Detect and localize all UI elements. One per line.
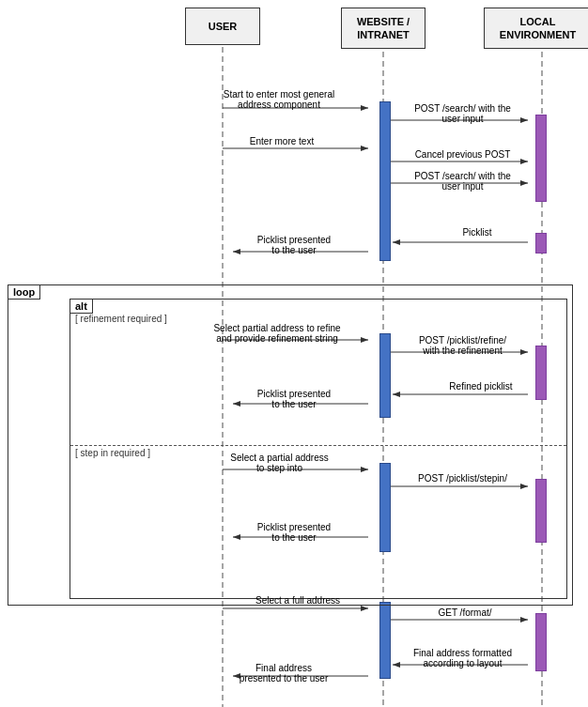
msg-16: GET /format/ <box>404 606 526 620</box>
activation-local-2 <box>535 233 547 254</box>
msg-15: Select a full address <box>237 593 359 607</box>
msg-1: Start to enter most generaladdress compo… <box>218 87 340 112</box>
msg-14: Picklist presentedto the user <box>233 520 355 545</box>
msg-8: Select partial address to refineand prov… <box>202 321 352 346</box>
msg-17: Final address formattedaccording to layo… <box>395 646 531 670</box>
msg-3: Enter more text <box>225 134 338 148</box>
alt-divider <box>70 445 566 446</box>
activation-website-4 <box>379 602 391 679</box>
activation-local-5 <box>535 613 547 671</box>
lifeline-user: USER <box>185 8 260 45</box>
msg-9: POST /picklist/refine/with the refinemen… <box>395 333 531 358</box>
msg-2: POST /search/ with theuser input <box>395 101 531 126</box>
msg-10: Refined picklist <box>434 379 528 393</box>
msg-4: Cancel previous POST <box>395 147 531 161</box>
msg-18: Final addresspresented to the user <box>214 661 353 685</box>
lifeline-local: LOCALENVIRONMENT <box>484 8 588 49</box>
guard-refinement: [ refinement required ] <box>75 314 167 324</box>
alt-label: alt <box>70 299 93 314</box>
lifeline-website: WEBSITE /INTRANET <box>341 8 426 49</box>
activation-local-1 <box>535 115 547 202</box>
loop-label: loop <box>8 284 40 300</box>
msg-7: Picklist presentedto the user <box>233 233 355 257</box>
activation-website-1 <box>379 101 391 261</box>
msg-13: POST /picklist/stepin/ <box>395 471 531 485</box>
msg-11: Picklist presentedto the user <box>233 387 355 411</box>
msg-6: Picklist <box>440 225 515 239</box>
guard-stepin: [ step in required ] <box>75 448 150 458</box>
msg-12: Select a partial addressto step into <box>207 451 352 475</box>
msg-5: POST /search/ with theuser input <box>395 169 531 193</box>
diagram-container: USER WEBSITE /INTRANET LOCALENVIRONMENT … <box>0 0 588 707</box>
